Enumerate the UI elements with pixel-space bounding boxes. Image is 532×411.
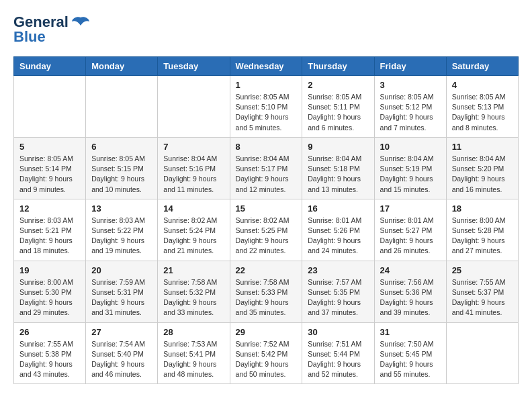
day-number: 25: [452, 265, 513, 275]
logo: General Blue: [13, 13, 90, 46]
calendar-cell: 30Sunrise: 7:51 AM Sunset: 5:44 PM Dayli…: [302, 322, 374, 384]
day-number: 27: [91, 327, 152, 337]
calendar-week-3: 12Sunrise: 8:03 AM Sunset: 5:21 PM Dayli…: [14, 199, 519, 261]
day-info: Sunrise: 8:03 AM Sunset: 5:22 PM Dayligh…: [91, 216, 152, 257]
day-number: 26: [19, 327, 80, 337]
calendar-cell: 20Sunrise: 7:59 AM Sunset: 5:31 PM Dayli…: [86, 261, 158, 322]
day-info: Sunrise: 7:58 AM Sunset: 5:32 PM Dayligh…: [163, 277, 224, 318]
day-number: 18: [452, 203, 513, 214]
calendar-cell: 15Sunrise: 8:02 AM Sunset: 5:25 PM Dayli…: [230, 199, 302, 261]
calendar-cell: 7Sunrise: 8:04 AM Sunset: 5:16 PM Daylig…: [158, 137, 230, 199]
day-number: 10: [380, 142, 441, 152]
calendar-cell: 17Sunrise: 8:01 AM Sunset: 5:27 PM Dayli…: [374, 199, 446, 261]
calendar-cell: 29Sunrise: 7:52 AM Sunset: 5:42 PM Dayli…: [230, 322, 302, 384]
calendar-cell: 18Sunrise: 8:00 AM Sunset: 5:28 PM Dayli…: [446, 199, 518, 261]
calendar-cell: [14, 76, 86, 138]
calendar-week-5: 26Sunrise: 7:55 AM Sunset: 5:38 PM Dayli…: [14, 322, 519, 384]
day-info: Sunrise: 8:04 AM Sunset: 5:18 PM Dayligh…: [308, 154, 368, 195]
day-header-thursday: Thursday: [302, 57, 374, 76]
calendar-week-4: 19Sunrise: 8:00 AM Sunset: 5:30 PM Dayli…: [14, 261, 519, 322]
logo-text-blue: Blue: [13, 28, 46, 46]
day-number: 5: [19, 142, 80, 152]
day-number: 22: [236, 265, 297, 275]
day-number: 29: [236, 327, 297, 337]
day-info: Sunrise: 7:51 AM Sunset: 5:44 PM Dayligh…: [308, 339, 368, 380]
day-info: Sunrise: 8:01 AM Sunset: 5:27 PM Dayligh…: [380, 216, 441, 257]
calendar-cell: 24Sunrise: 7:56 AM Sunset: 5:36 PM Dayli…: [374, 261, 446, 322]
calendar-cell: 11Sunrise: 8:04 AM Sunset: 5:20 PM Dayli…: [446, 137, 518, 199]
day-info: Sunrise: 8:05 AM Sunset: 5:11 PM Dayligh…: [308, 92, 368, 133]
day-info: Sunrise: 7:52 AM Sunset: 5:42 PM Dayligh…: [236, 339, 297, 380]
day-number: 13: [91, 203, 152, 214]
day-info: Sunrise: 8:04 AM Sunset: 5:17 PM Dayligh…: [236, 154, 297, 195]
day-info: Sunrise: 7:53 AM Sunset: 5:41 PM Dayligh…: [163, 339, 224, 380]
day-info: Sunrise: 8:05 AM Sunset: 5:12 PM Dayligh…: [380, 92, 441, 133]
calendar-cell: 13Sunrise: 8:03 AM Sunset: 5:22 PM Dayli…: [86, 199, 158, 261]
calendar-cell: 14Sunrise: 8:02 AM Sunset: 5:24 PM Dayli…: [158, 199, 230, 261]
day-number: 2: [308, 80, 368, 90]
day-number: 4: [452, 80, 513, 90]
calendar-table: SundayMondayTuesdayWednesdayThursdayFrid…: [13, 56, 519, 384]
calendar-cell: [86, 76, 158, 138]
calendar-week-1: 1Sunrise: 8:05 AM Sunset: 5:10 PM Daylig…: [14, 76, 519, 138]
calendar-cell: 2Sunrise: 8:05 AM Sunset: 5:11 PM Daylig…: [302, 76, 374, 138]
day-info: Sunrise: 7:54 AM Sunset: 5:40 PM Dayligh…: [91, 339, 152, 380]
day-number: 28: [163, 327, 224, 337]
day-number: 31: [380, 327, 441, 337]
calendar-header-row: SundayMondayTuesdayWednesdayThursdayFrid…: [14, 57, 519, 76]
calendar-cell: [446, 322, 518, 384]
calendar-cell: 21Sunrise: 7:58 AM Sunset: 5:32 PM Dayli…: [158, 261, 230, 322]
page-header: General Blue: [13, 13, 519, 46]
day-info: Sunrise: 7:58 AM Sunset: 5:33 PM Dayligh…: [236, 277, 297, 318]
day-number: 11: [452, 142, 513, 152]
day-number: 12: [19, 203, 80, 214]
calendar-cell: [158, 76, 230, 138]
day-number: 21: [163, 265, 224, 275]
day-number: 17: [380, 203, 441, 214]
day-info: Sunrise: 8:01 AM Sunset: 5:26 PM Dayligh…: [308, 216, 368, 257]
day-number: 9: [308, 142, 368, 152]
day-info: Sunrise: 8:00 AM Sunset: 5:30 PM Dayligh…: [19, 277, 80, 318]
day-info: Sunrise: 7:59 AM Sunset: 5:31 PM Dayligh…: [91, 277, 152, 318]
calendar-cell: 12Sunrise: 8:03 AM Sunset: 5:21 PM Dayli…: [14, 199, 86, 261]
day-info: Sunrise: 8:02 AM Sunset: 5:24 PM Dayligh…: [163, 216, 224, 257]
day-header-sunday: Sunday: [14, 57, 86, 76]
day-info: Sunrise: 8:05 AM Sunset: 5:13 PM Dayligh…: [452, 92, 513, 133]
calendar-cell: 25Sunrise: 7:55 AM Sunset: 5:37 PM Dayli…: [446, 261, 518, 322]
logo-bird-icon: [71, 16, 90, 28]
day-info: Sunrise: 7:57 AM Sunset: 5:35 PM Dayligh…: [308, 277, 368, 318]
day-header-wednesday: Wednesday: [230, 57, 302, 76]
day-number: 20: [91, 265, 152, 275]
day-number: 8: [236, 142, 297, 152]
day-info: Sunrise: 8:03 AM Sunset: 5:21 PM Dayligh…: [19, 216, 80, 257]
day-info: Sunrise: 7:55 AM Sunset: 5:37 PM Dayligh…: [452, 277, 513, 318]
day-info: Sunrise: 7:56 AM Sunset: 5:36 PM Dayligh…: [380, 277, 441, 318]
day-info: Sunrise: 8:05 AM Sunset: 5:14 PM Dayligh…: [19, 154, 80, 195]
day-number: 30: [308, 327, 368, 337]
calendar-week-2: 5Sunrise: 8:05 AM Sunset: 5:14 PM Daylig…: [14, 137, 519, 199]
calendar-cell: 19Sunrise: 8:00 AM Sunset: 5:30 PM Dayli…: [14, 261, 86, 322]
calendar-cell: 22Sunrise: 7:58 AM Sunset: 5:33 PM Dayli…: [230, 261, 302, 322]
day-number: 1: [236, 80, 297, 90]
day-number: 3: [380, 80, 441, 90]
day-number: 19: [19, 265, 80, 275]
calendar-cell: 4Sunrise: 8:05 AM Sunset: 5:13 PM Daylig…: [446, 76, 518, 138]
day-info: Sunrise: 8:04 AM Sunset: 5:20 PM Dayligh…: [452, 154, 513, 195]
day-number: 15: [236, 203, 297, 214]
calendar-cell: 3Sunrise: 8:05 AM Sunset: 5:12 PM Daylig…: [374, 76, 446, 138]
calendar-cell: 16Sunrise: 8:01 AM Sunset: 5:26 PM Dayli…: [302, 199, 374, 261]
calendar-cell: 9Sunrise: 8:04 AM Sunset: 5:18 PM Daylig…: [302, 137, 374, 199]
calendar-cell: 23Sunrise: 7:57 AM Sunset: 5:35 PM Dayli…: [302, 261, 374, 322]
day-info: Sunrise: 8:05 AM Sunset: 5:10 PM Dayligh…: [236, 92, 297, 133]
day-header-friday: Friday: [374, 57, 446, 76]
day-info: Sunrise: 8:05 AM Sunset: 5:15 PM Dayligh…: [91, 154, 152, 195]
day-number: 23: [308, 265, 368, 275]
day-info: Sunrise: 8:00 AM Sunset: 5:28 PM Dayligh…: [452, 216, 513, 257]
day-info: Sunrise: 7:50 AM Sunset: 5:45 PM Dayligh…: [380, 339, 441, 380]
calendar-cell: 6Sunrise: 8:05 AM Sunset: 5:15 PM Daylig…: [86, 137, 158, 199]
calendar-cell: 8Sunrise: 8:04 AM Sunset: 5:17 PM Daylig…: [230, 137, 302, 199]
day-number: 24: [380, 265, 441, 275]
day-header-tuesday: Tuesday: [158, 57, 230, 76]
calendar-cell: 26Sunrise: 7:55 AM Sunset: 5:38 PM Dayli…: [14, 322, 86, 384]
day-info: Sunrise: 7:55 AM Sunset: 5:38 PM Dayligh…: [19, 339, 80, 380]
